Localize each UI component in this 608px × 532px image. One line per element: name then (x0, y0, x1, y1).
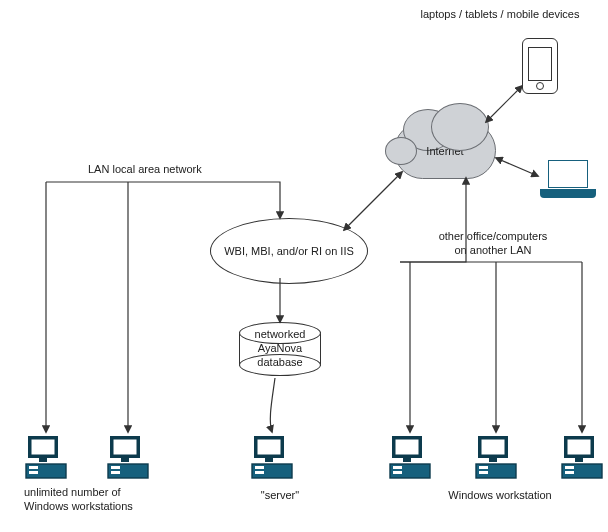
db-server-connector (270, 378, 275, 432)
workstation-icon (108, 436, 148, 478)
internet-phone-connector (486, 86, 522, 122)
workstation-icon (390, 436, 430, 478)
server-workstation-icon (252, 436, 292, 478)
diagram-canvas: laptops / tablets / mobile devices Inter… (0, 0, 608, 532)
iis-internet-connector (344, 172, 402, 230)
connectors-svg (0, 0, 608, 532)
lan-to-iis-line (46, 182, 280, 218)
workstation-icon (26, 436, 66, 478)
workstation-icon (562, 436, 602, 478)
internet-laptop-connector (496, 158, 538, 176)
internet-otherlan-connector (400, 178, 466, 262)
workstation-icon (476, 436, 516, 478)
